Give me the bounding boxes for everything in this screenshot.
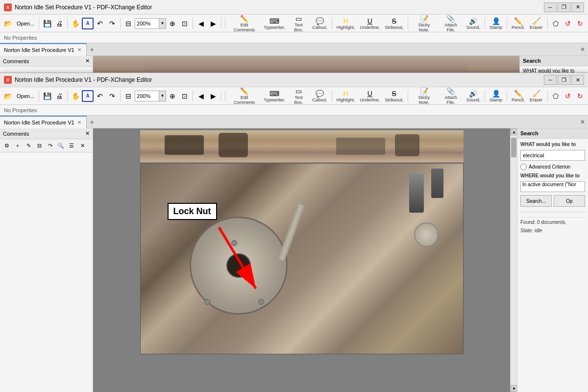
prev-page-button[interactable]: ◀ bbox=[195, 18, 207, 29]
zoom-input[interactable] bbox=[135, 18, 159, 29]
zoom-in-button-t[interactable]: ⊕ bbox=[167, 90, 178, 102]
attach-file-icon: 📎 bbox=[446, 15, 455, 23]
zoom-input-t[interactable] bbox=[135, 91, 159, 101]
text-box-button[interactable]: ▭ Text Box, bbox=[288, 16, 310, 31]
radio-advanced[interactable] bbox=[520, 164, 527, 170]
search-input[interactable] bbox=[520, 150, 585, 161]
stamp-button[interactable]: 👤 Stamp bbox=[488, 16, 504, 31]
scroll-up-button[interactable]: ▲ bbox=[511, 128, 517, 135]
app-icon-top: X bbox=[4, 76, 12, 84]
shapes-button-t[interactable]: ⬠ bbox=[550, 90, 562, 102]
zoom-out-button[interactable]: ⊟ bbox=[122, 18, 134, 29]
open-label-t[interactable]: Open... bbox=[14, 90, 37, 102]
eraser-button[interactable]: 🧹 Eraser bbox=[528, 16, 545, 31]
hand-tool[interactable]: ✋ bbox=[70, 18, 81, 29]
open-button[interactable]: 📂 bbox=[2, 18, 14, 29]
sidebar-close-top[interactable]: ✕ bbox=[85, 130, 90, 137]
scroll-thumb[interactable] bbox=[511, 138, 516, 157]
attach-file-label: Attach File, bbox=[440, 23, 461, 32]
zoom-out-button-t[interactable]: ⊟ bbox=[122, 90, 134, 102]
highlight-button[interactable]: H Highlight, bbox=[335, 16, 357, 31]
highlight-button-t[interactable]: H Highlight, bbox=[335, 88, 357, 104]
print-button[interactable]: 🖨 bbox=[53, 18, 65, 29]
open-label[interactable]: Open... bbox=[14, 18, 37, 29]
sidebar-btn-4[interactable]: ⊟ bbox=[34, 141, 44, 150]
search-open-button[interactable]: Op bbox=[554, 195, 585, 207]
window-title-bottom: Norton Idle Set Procedure V1 - PDF-XChan… bbox=[15, 4, 152, 11]
close-button[interactable]: ✕ bbox=[571, 2, 584, 12]
text-box-button-t[interactable]: ▭ Text Box, bbox=[288, 88, 310, 104]
edit-comments-button-t[interactable]: ✏️ Edit Comments bbox=[228, 88, 261, 104]
attach-file-button-t[interactable]: 📎 Attach File, bbox=[438, 88, 463, 104]
shapes-button[interactable]: ⬠ bbox=[550, 18, 562, 29]
stamp-button-t[interactable]: 👤 Stamp bbox=[488, 88, 504, 104]
redo-button[interactable]: ↷ bbox=[106, 18, 118, 29]
prev-page-button-t[interactable]: ◀ bbox=[195, 90, 207, 102]
sidebar-close-bottom[interactable]: ✕ bbox=[85, 58, 90, 64]
next-page-button-t[interactable]: ▶ bbox=[207, 90, 219, 102]
sticky-note-button[interactable]: 📝 Sticky Note, bbox=[411, 16, 437, 31]
tab-close-top[interactable]: ✕ bbox=[76, 119, 82, 125]
redo2-button[interactable]: ↻ bbox=[575, 18, 586, 29]
select-tool[interactable]: A bbox=[82, 18, 94, 29]
save-button-t[interactable]: 💾 bbox=[41, 90, 53, 102]
hand-tool-t[interactable]: ✋ bbox=[70, 90, 81, 102]
tab-close-bottom[interactable]: ✕ bbox=[76, 47, 82, 53]
redo2-button-t[interactable]: ↻ bbox=[575, 90, 586, 102]
sound-button-t[interactable]: 🔊 Sound, bbox=[465, 88, 483, 104]
pencil-button[interactable]: ✏️ Pencil, bbox=[510, 16, 527, 31]
undo-button[interactable]: ↶ bbox=[94, 18, 106, 29]
restore-button-top[interactable]: ❐ bbox=[558, 75, 570, 85]
lock-nut-label: Lock Nut bbox=[173, 206, 211, 216]
eraser-button-t[interactable]: 🧹 Eraser bbox=[528, 88, 545, 104]
sidebar-btn-2[interactable]: + bbox=[13, 141, 23, 150]
typewriter-button-t[interactable]: ⌨ Typewriter, bbox=[262, 88, 287, 104]
vertical-scrollbar[interactable]: ▲ ▼ bbox=[510, 128, 517, 392]
scroll-track[interactable] bbox=[511, 135, 517, 385]
sidebar-btn-7[interactable]: ☰ bbox=[67, 141, 76, 150]
tab-document-top[interactable]: Norton Idle Set Procedure V1 ✕ bbox=[0, 116, 87, 128]
tab-document-bottom[interactable]: Norton Idle Set Procedure V1 ✕ bbox=[0, 43, 87, 56]
attach-file-button[interactable]: 📎 Attach File, bbox=[438, 16, 463, 31]
fit-width-button-t[interactable]: ⊡ bbox=[179, 90, 191, 102]
tab-add-top[interactable]: + bbox=[87, 117, 98, 127]
next-page-button[interactable]: ▶ bbox=[207, 18, 219, 29]
scroll-down-button[interactable]: ▼ bbox=[511, 385, 517, 392]
tab-bar-close-top[interactable]: ✕ bbox=[577, 119, 588, 125]
print-button-t[interactable]: 🖨 bbox=[53, 90, 65, 102]
sidebar-btn-5[interactable]: ↷ bbox=[45, 141, 55, 150]
callout-button[interactable]: 💬 Callout, bbox=[310, 16, 329, 31]
redo-button-t[interactable]: ↷ bbox=[106, 90, 118, 102]
select-tool-t[interactable]: A bbox=[82, 90, 94, 102]
strikeout-button-t[interactable]: S Strikeout, bbox=[383, 88, 405, 104]
underline-button[interactable]: U Underline, bbox=[358, 16, 382, 31]
sidebar-btn-1[interactable]: ⚙ bbox=[2, 141, 12, 150]
minimize-button-top[interactable]: ─ bbox=[544, 75, 557, 85]
save-button[interactable]: 💾 bbox=[41, 18, 53, 29]
search-button[interactable]: Search... bbox=[520, 195, 552, 207]
sidebar-btn-6[interactable]: 🔍 bbox=[56, 141, 66, 150]
zoom-dropdown[interactable]: ▼ bbox=[159, 18, 166, 29]
open-button-t[interactable]: 📂 bbox=[2, 90, 14, 102]
underline-button-t[interactable]: U Underline, bbox=[358, 88, 382, 104]
strikeout-button[interactable]: S Strikeout, bbox=[383, 16, 405, 31]
sticky-note-button-t[interactable]: 📝 Sticky Note, bbox=[411, 88, 437, 104]
edit-comments-button[interactable]: ✏️ Edit Comments bbox=[228, 16, 261, 31]
sidebar-btn-3[interactable]: ✎ bbox=[24, 141, 33, 150]
sound-button[interactable]: 🔊 Sound, bbox=[465, 16, 483, 31]
callout-button-t[interactable]: 💬 Callout, bbox=[310, 88, 329, 104]
restore-button[interactable]: ❐ bbox=[558, 2, 570, 12]
pencil-button-t[interactable]: ✏️ Pencil, bbox=[510, 88, 527, 104]
zoom-in-button[interactable]: ⊕ bbox=[167, 18, 178, 29]
tab-bar-close-bottom[interactable]: ✕ bbox=[577, 46, 588, 53]
minimize-button[interactable]: ─ bbox=[544, 2, 557, 12]
undo-button-t[interactable]: ↶ bbox=[94, 90, 106, 102]
tab-add-bottom[interactable]: + bbox=[87, 44, 98, 55]
undo2-button-t[interactable]: ↺ bbox=[563, 90, 574, 102]
fit-width-button[interactable]: ⊡ bbox=[179, 18, 191, 29]
zoom-dropdown-t[interactable]: ▼ bbox=[159, 91, 166, 101]
sidebar-btn-8[interactable]: ✕ bbox=[77, 141, 87, 150]
typewriter-button[interactable]: ⌨ Typewriter, bbox=[262, 16, 287, 31]
close-button-top[interactable]: ✕ bbox=[571, 75, 584, 85]
undo2-button[interactable]: ↺ bbox=[563, 18, 574, 29]
